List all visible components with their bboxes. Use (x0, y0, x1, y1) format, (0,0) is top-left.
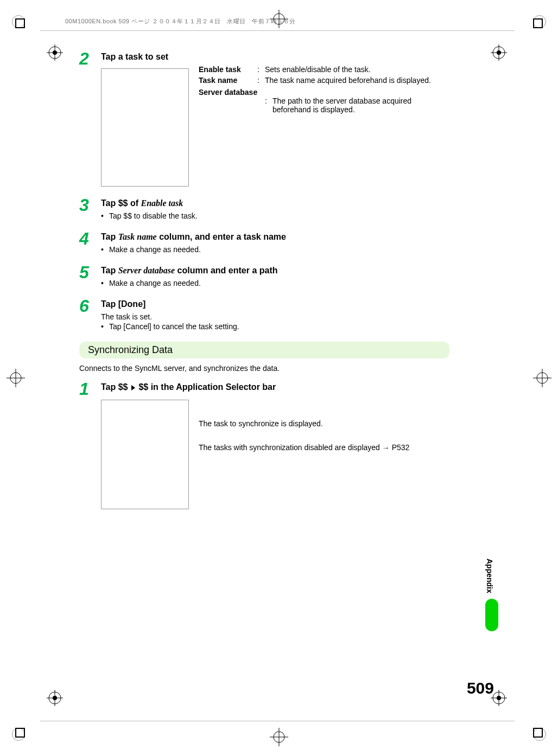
side-tab-label: Appendix (485, 559, 494, 593)
registration-tr-icon (491, 44, 507, 61)
step-number: 6 (79, 297, 101, 315)
step-number: 3 (79, 196, 101, 214)
crosshair-left-icon (7, 369, 25, 387)
step-3: 3 Tap $$ of Enable task Tap $$ to disabl… (79, 196, 448, 220)
step-4: 4 Tap Task name column, and enter a task… (79, 230, 448, 254)
step-title: Tap Server database column and enter a p… (101, 266, 448, 276)
step-number: 2 (79, 50, 101, 67)
bullet-text: Make a change as needed. (101, 245, 448, 254)
title-text-pre: Tap $$ (101, 382, 130, 392)
crosshair-right-icon (533, 369, 551, 387)
section-heading: Synchronizing Data (79, 342, 449, 358)
arrow-icon: → (382, 444, 390, 452)
colon: : (265, 97, 272, 114)
plain-text: The tasks with synchronization disabled … (199, 443, 448, 452)
step-number: 1 (79, 380, 101, 398)
triangle-icon (131, 385, 135, 390)
crop-mark-tr-icon (527, 12, 549, 35)
bullet-text: Tap $$ to disable the task. (101, 212, 448, 220)
page-number: 509 (467, 679, 494, 697)
title-text-post: column and enter a path (175, 266, 277, 275)
plain-text: The task to synchronize is displayed. (199, 419, 448, 428)
colon: : (257, 76, 265, 85)
step-title: Tap a task to set (101, 52, 448, 62)
side-tab-pill (485, 599, 498, 631)
bullet-text: Make a change as needed. (101, 279, 448, 287)
title-text-pre: Tap (101, 266, 118, 275)
title-text-ital: Server database (118, 266, 175, 275)
step-title: Tap Task name column, and enter a task n… (101, 232, 448, 242)
registration-tl-icon (47, 44, 63, 61)
line2-pre: The tasks with synchronization disabled … (199, 443, 382, 452)
title-text-ital: Enable task (141, 198, 183, 208)
step-2: 2 Tap a task to set Enable task : Sets e… (79, 50, 448, 187)
step-title: Tap $$ $$ in the Application Selector ba… (101, 382, 448, 392)
definition-list: Enable task : Sets enable/disable of the… (199, 65, 448, 187)
side-tab: Appendix (485, 559, 498, 631)
line2-post: P532 (390, 443, 410, 452)
def-desc: Sets enable/disable of the task. (265, 65, 448, 74)
def-term: Task name (199, 76, 257, 85)
screenshot-placeholder (101, 400, 189, 509)
title-text-pre: Tap $$ of (101, 198, 141, 208)
crop-mark-tl-icon (9, 12, 31, 35)
step-title: Tap [Done] (101, 299, 448, 309)
step-number: 4 (79, 230, 101, 247)
colon: : (257, 65, 265, 74)
sync-step-1: 1 Tap $$ $$ in the Application Selector … (79, 380, 448, 509)
title-text-pre: Tap (101, 232, 118, 241)
title-text-ital: Task name (118, 232, 157, 241)
screenshot-placeholder (101, 68, 189, 187)
step-number: 5 (79, 264, 101, 281)
step-6: 6 Tap [Done] The task is set. Tap [Cance… (79, 297, 448, 331)
step-5: 5 Tap Server database column and enter a… (79, 264, 448, 287)
crosshair-bottom-icon (270, 728, 288, 746)
page-content: 2 Tap a task to set Enable task : Sets e… (79, 50, 448, 519)
bullet-text: Tap [Cancel] to cancel the task setting. (101, 322, 448, 331)
def-desc: The path to the server database acquired… (272, 97, 448, 114)
def-desc: The task name acquired beforehand is dis… (265, 76, 448, 85)
registration-bl-icon (47, 690, 63, 706)
step-title: Tap $$ of Enable task (101, 198, 448, 208)
crop-mark-bl-icon (9, 721, 31, 744)
title-text-post: column, and enter a task name (157, 232, 286, 241)
def-term: Enable task (199, 65, 257, 74)
crop-mark-br-icon (527, 721, 549, 744)
def-term: Server database (199, 88, 448, 97)
plain-text: The task is set. (101, 312, 448, 321)
page-header-metadata: 00M1000EN.book 509 ページ ２００４年１１月２４日 水曜日 午… (65, 17, 296, 25)
title-text-post: $$ in the Application Selector bar (136, 382, 276, 392)
section-desc: Connects to the SyncML server, and synch… (79, 364, 448, 373)
